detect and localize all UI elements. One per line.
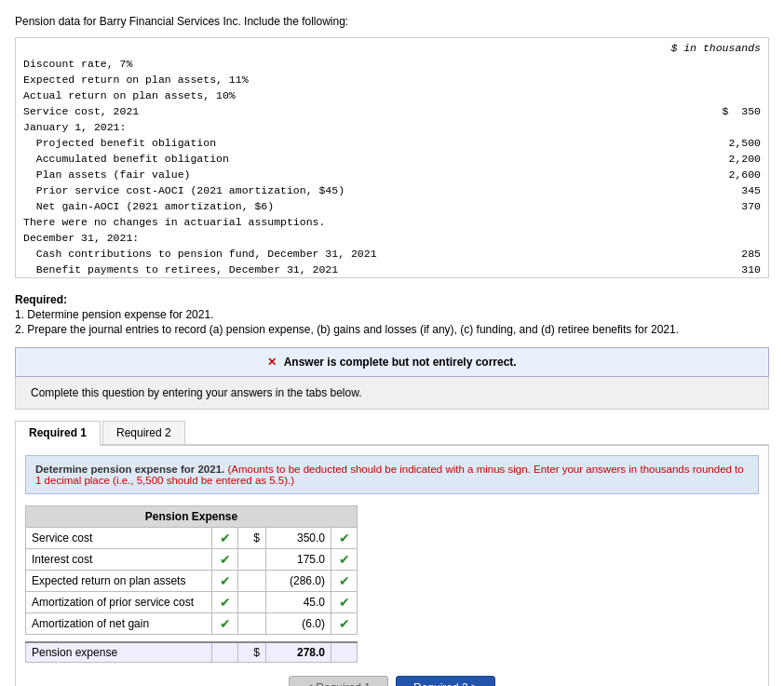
table-cell-label: Prior service cost-AOCI (2021 amortizati…	[16, 182, 602, 198]
pension-dollar-service-cost: $	[238, 528, 266, 549]
required-section: Required: 1. Determine pension expense f…	[15, 293, 769, 336]
checkmark-icon: ✔	[339, 573, 350, 588]
table-cell-value: 285	[602, 246, 768, 262]
pension-check1-amort-gain: ✔	[212, 613, 238, 635]
answer-banner: ✕ Answer is complete but not entirely co…	[15, 347, 769, 377]
intro-text: Pension data for Barry Financial Service…	[15, 15, 769, 28]
checkmark-icon: ✔	[339, 616, 350, 631]
pension-row-amort-prior: Amortization of prior service cost ✔ 45.…	[26, 592, 358, 613]
spacer-cell	[26, 635, 358, 642]
checkmark-icon: ✔	[339, 552, 350, 567]
pension-value-interest-cost[interactable]: 175.0	[266, 549, 331, 571]
table-cell-label: December 31, 2021:	[16, 230, 602, 246]
tabs-row: Required 1 Required 2	[15, 421, 769, 446]
pension-check1-amort-prior: ✔	[212, 592, 238, 613]
table-cell-value	[602, 72, 768, 87]
table-cell-value: 2,200	[602, 151, 768, 167]
table-cell-label: Projected benefit obligation	[16, 135, 602, 151]
table-cell-value	[602, 56, 768, 72]
pension-total-row: Pension expense $ 278.0	[26, 642, 358, 663]
pension-table-header-row: Pension Expense	[26, 506, 358, 528]
table-cell-value: $ 350	[602, 103, 768, 119]
instruction-plain: Determine pension expense for 2021.	[35, 464, 224, 475]
table-row: Discount rate, 7%	[16, 56, 768, 72]
prev-button[interactable]: < Required 1	[289, 676, 388, 687]
table-row: January 1, 2021:	[16, 119, 768, 135]
table-row: Projected benefit obligation 2,500	[16, 135, 768, 151]
pension-row-expected-return: Expected return on plan assets ✔ (286.0)…	[26, 571, 358, 592]
table-cell-label: Accumulated benefit obligation	[16, 151, 602, 167]
checkmark-icon: ✔	[220, 595, 231, 610]
table-cell-label: Service cost, 2021	[16, 103, 602, 119]
pension-dollar-interest-cost	[238, 549, 266, 571]
pension-value-amort-gain[interactable]: (6.0)	[266, 613, 331, 635]
table-cell-value	[602, 119, 768, 135]
pension-total-value[interactable]: 278.0	[266, 642, 331, 663]
tab-required2[interactable]: Required 2	[102, 421, 185, 444]
pension-check2-amort-prior: ✔	[331, 592, 358, 613]
table-cell-label: January 1, 2021:	[16, 119, 602, 135]
pension-total-label: Pension expense	[26, 642, 212, 663]
pension-dollar-amort-prior	[238, 592, 266, 613]
table-row: Benefit payments to retirees, December 3…	[16, 262, 768, 277]
table-row: Net gain-AOCI (2021 amortization, $6) 37…	[16, 198, 768, 214]
pension-check2-expected-return: ✔	[331, 571, 358, 592]
table-cell-label: Expected return on plan assets, 11%	[16, 72, 602, 87]
data-table-wrapper: $ in thousands Discount rate, 7% Expecte…	[15, 37, 769, 278]
table-cell-label: Discount rate, 7%	[16, 56, 602, 72]
pension-label-expected-return: Expected return on plan assets	[26, 571, 212, 592]
complete-note: Complete this question by entering your …	[15, 377, 769, 410]
table-row: Plan assets (fair value) 2,600	[16, 167, 768, 182]
checkmark-icon: ✔	[220, 616, 231, 631]
pension-total-empty	[331, 642, 358, 663]
checkmark-icon: ✔	[339, 595, 350, 610]
pension-row-service-cost: Service cost ✔ $ 350.0 ✔	[26, 528, 358, 549]
pension-expense-table: Pension Expense Service cost ✔ $ 350.0 ✔…	[25, 505, 358, 663]
table-row: Accumulated benefit obligation 2,200	[16, 151, 768, 167]
checkmark-icon: ✔	[339, 531, 350, 545]
spacer-row	[26, 635, 358, 642]
table-cell-value: 345	[602, 182, 768, 198]
table-cell-label: Net gain-AOCI (2021 amortization, $6)	[16, 198, 602, 214]
required-item1: 1. Determine pension expense for 2021.	[15, 308, 769, 321]
table-cell-value: 310	[602, 262, 768, 277]
pension-row-amort-gain: Amortization of net gain ✔ (6.0) ✔	[26, 613, 358, 635]
table-cell-label: Plan assets (fair value)	[16, 167, 602, 182]
table-cell-label: Actual return on plan assets, 10%	[16, 87, 602, 103]
table-row: There were no changes in actuarial assum…	[16, 214, 768, 230]
tab-required1[interactable]: Required 1	[15, 421, 101, 446]
table-row: Actual return on plan assets, 10%	[16, 87, 768, 103]
table-cell-label: There were no changes in actuarial assum…	[16, 214, 602, 230]
pension-value-expected-return[interactable]: (286.0)	[266, 571, 331, 592]
table-cell-value: 2,500	[602, 135, 768, 151]
pension-check2-amort-gain: ✔	[331, 613, 358, 635]
pension-check1-interest-cost: ✔	[212, 549, 238, 571]
pension-label-service-cost: Service cost	[26, 528, 212, 549]
table-cell-value	[602, 214, 768, 230]
next-button[interactable]: Required 2 >	[396, 676, 495, 687]
pension-total-check	[212, 642, 238, 663]
data-table: $ in thousands Discount rate, 7% Expecte…	[16, 38, 768, 277]
nav-buttons: < Required 1 Required 2 >	[25, 676, 759, 687]
pension-value-amort-prior[interactable]: 45.0	[266, 592, 331, 613]
tab-content: Determine pension expense for 2021. (Amo…	[15, 446, 769, 686]
pension-row-interest-cost: Interest cost ✔ 175.0 ✔	[26, 549, 358, 571]
table-row: Service cost, 2021 $ 350	[16, 103, 768, 119]
pension-dollar-amort-gain	[238, 613, 266, 635]
table-row: December 31, 2021:	[16, 230, 768, 246]
checkmark-icon: ✔	[220, 552, 231, 567]
pension-label-amort-prior: Amortization of prior service cost	[26, 592, 212, 613]
error-icon: ✕	[267, 356, 277, 369]
checkmark-icon: ✔	[220, 531, 231, 545]
table-cell-label: Cash contributions to pension fund, Dece…	[16, 246, 602, 262]
answer-banner-text: Answer is complete but not entirely corr…	[284, 356, 517, 369]
table-cell-value: 370	[602, 198, 768, 214]
required-item2: 2. Prepare the journal entries to record…	[15, 323, 769, 336]
table-label-spacer	[16, 38, 602, 56]
pension-check2-interest-cost: ✔	[331, 549, 358, 571]
instruction-box: Determine pension expense for 2021. (Amo…	[25, 455, 759, 494]
pension-check2-service-cost: ✔	[331, 528, 358, 549]
pension-label-amort-gain: Amortization of net gain	[26, 613, 212, 635]
table-cell-value	[602, 87, 768, 103]
pension-value-service-cost[interactable]: 350.0	[266, 528, 331, 549]
